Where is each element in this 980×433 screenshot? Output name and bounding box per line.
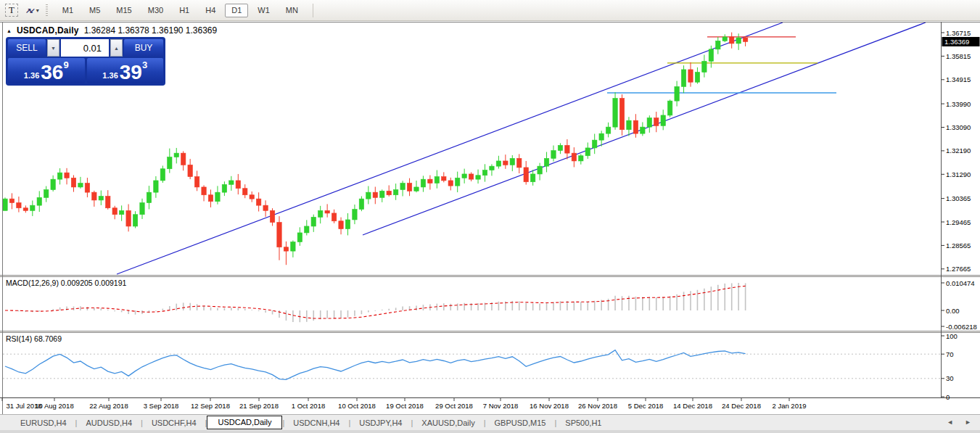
svg-text:21 Sep 2018: 21 Sep 2018 bbox=[239, 402, 279, 410]
sell-price-display[interactable]: 1.36 36 9 bbox=[8, 58, 85, 83]
chart-window: 1.367151.358151.349151.339901.330901.321… bbox=[0, 22, 980, 414]
chart-title-line: ▲ USDCAD,Daily 1.36284 1.36378 1.36190 1… bbox=[7, 25, 217, 36]
collapse-chart-icon[interactable]: ▲ bbox=[7, 28, 12, 33]
tab-usdchf-h4[interactable]: USDCHF,H4 bbox=[143, 416, 205, 429]
sell-price-big: 36 bbox=[41, 62, 63, 83]
svg-text:1.28565: 1.28565 bbox=[946, 242, 971, 250]
rsi-label: RSI(14) 68.7069 bbox=[6, 334, 62, 343]
timeframe-m1[interactable]: M1 bbox=[56, 4, 80, 17]
svg-text:70: 70 bbox=[946, 350, 954, 358]
svg-text:0: 0 bbox=[946, 393, 950, 401]
chart-title-ohlc: 1.36284 1.36378 1.36190 1.36369 bbox=[84, 25, 218, 36]
tab-usdcnh-h4[interactable]: USDCNH,H4 bbox=[284, 416, 348, 429]
mt4-window: T ↗↙ ▾ M1M5M15M30H1H4D1W1MN 1.367151.358… bbox=[0, 0, 980, 433]
tab-usdjpy-h4[interactable]: USDJPY,H4 bbox=[350, 416, 411, 429]
svg-text:1.36715: 1.36715 bbox=[946, 29, 971, 37]
svg-text:24 Dec 2018: 24 Dec 2018 bbox=[722, 402, 761, 410]
tabs-scroll-left-icon[interactable]: ◄ bbox=[947, 418, 953, 426]
svg-text:1.27665: 1.27665 bbox=[946, 265, 971, 273]
tab-gbpusd-m15[interactable]: GBPUSD,M15 bbox=[486, 416, 555, 429]
svg-text:-0.006218: -0.006218 bbox=[946, 323, 977, 331]
svg-text:2 Jan 2019: 2 Jan 2019 bbox=[772, 402, 806, 410]
svg-text:0.010474: 0.010474 bbox=[946, 279, 975, 287]
status-strip bbox=[0, 430, 980, 433]
timeframe-m30[interactable]: M30 bbox=[141, 4, 170, 17]
svg-text:1.33990: 1.33990 bbox=[946, 100, 971, 108]
timeframe-h4[interactable]: H4 bbox=[199, 4, 222, 17]
timeframe-m15[interactable]: M15 bbox=[110, 4, 138, 17]
text-tool-button[interactable]: T bbox=[4, 3, 20, 17]
text-tool-icon: T bbox=[5, 4, 18, 17]
toolbar: T ↗↙ ▾ M1M5M15M30H1H4D1W1MN bbox=[0, 0, 980, 21]
one-click-trading-panel: SELL ▼ ▲ BUY 1.36 36 9 1.36 39 3 bbox=[6, 37, 165, 86]
svg-text:7 Nov 2018: 7 Nov 2018 bbox=[483, 402, 519, 410]
svg-text:26 Nov 2018: 26 Nov 2018 bbox=[578, 402, 617, 410]
svg-text:1.33090: 1.33090 bbox=[946, 123, 971, 131]
tab-eurusd-h4[interactable]: EURUSD,H4 bbox=[12, 416, 75, 429]
tabs-scroll: ◄ ► bbox=[947, 418, 971, 426]
chart-tabs: EURUSD,H4|AUDUSD,H4|USDCHF,H4|USDCAD,Dai… bbox=[12, 416, 610, 429]
svg-text:19 Oct 2018: 19 Oct 2018 bbox=[386, 402, 424, 410]
buy-price-sup: 3 bbox=[142, 59, 147, 70]
arrows-tool-button[interactable]: ↗↙ ▾ bbox=[24, 3, 41, 17]
timeframe-h1[interactable]: H1 bbox=[173, 4, 196, 17]
tab-sp500-h1[interactable]: SP500,H1 bbox=[556, 416, 610, 429]
timeframe-m5[interactable]: M5 bbox=[83, 4, 107, 17]
svg-text:1.30365: 1.30365 bbox=[946, 194, 971, 202]
svg-text:3 Sep 2018: 3 Sep 2018 bbox=[144, 402, 179, 410]
volume-input[interactable] bbox=[61, 39, 109, 57]
tab-audusd-h4[interactable]: AUDUSD,H4 bbox=[77, 416, 141, 429]
svg-text:5 Dec 2018: 5 Dec 2018 bbox=[628, 402, 664, 410]
svg-text:10 Oct 2018: 10 Oct 2018 bbox=[338, 402, 376, 410]
time-axis[interactable]: 31 Jul 201810 Aug 201822 Aug 20183 Sep 2… bbox=[2, 398, 807, 411]
tab-usdcad-daily[interactable]: USDCAD,Daily bbox=[207, 416, 282, 429]
svg-text:16 Nov 2018: 16 Nov 2018 bbox=[530, 402, 569, 410]
macd-label: MACD(12,26,9) 0.009205 0.009191 bbox=[6, 279, 127, 287]
macd-pane bbox=[5, 283, 746, 322]
svg-text:100: 100 bbox=[946, 332, 958, 340]
timeframe-d1[interactable]: D1 bbox=[225, 4, 248, 17]
volume-decrease-button[interactable]: ▼ bbox=[47, 39, 59, 57]
svg-text:1.35815: 1.35815 bbox=[946, 52, 971, 60]
buy-price-big: 39 bbox=[120, 62, 142, 83]
tab-xauusd-daily[interactable]: XAUUSD,Daily bbox=[413, 416, 483, 429]
svg-text:12 Sep 2018: 12 Sep 2018 bbox=[191, 402, 230, 410]
svg-text:1.29465: 1.29465 bbox=[946, 218, 971, 226]
svg-text:0.00: 0.00 bbox=[946, 307, 960, 315]
arrows-icon: ↗↙ bbox=[25, 7, 33, 15]
timeframe-mn[interactable]: MN bbox=[279, 4, 305, 17]
svg-text:30: 30 bbox=[946, 374, 954, 382]
timeframe-w1[interactable]: W1 bbox=[251, 4, 276, 17]
tabs-scroll-right-icon[interactable]: ► bbox=[965, 418, 971, 426]
price-axis[interactable]: 1.367151.358151.349151.339901.330901.321… bbox=[942, 29, 980, 401]
trend-channel-line[interactable] bbox=[117, 22, 783, 274]
toolbar-separator bbox=[313, 4, 313, 17]
buy-price-small: 1.36 bbox=[102, 71, 118, 80]
buy-price-display[interactable]: 1.36 39 3 bbox=[87, 58, 164, 83]
svg-text:1.32190: 1.32190 bbox=[946, 147, 971, 154]
chart-tabs-bar: EURUSD,H4|AUDUSD,H4|USDCHF,H4|USDCAD,Dai… bbox=[0, 414, 980, 430]
svg-text:1 Oct 2018: 1 Oct 2018 bbox=[292, 402, 325, 410]
sell-price-small: 1.36 bbox=[24, 71, 39, 80]
svg-text:1.36369: 1.36369 bbox=[944, 38, 969, 46]
svg-text:1.34915: 1.34915 bbox=[946, 75, 971, 83]
svg-text:10 Aug 2018: 10 Aug 2018 bbox=[35, 402, 73, 410]
sell-button[interactable]: SELL bbox=[8, 39, 46, 57]
svg-text:14 Dec 2018: 14 Dec 2018 bbox=[673, 402, 712, 410]
svg-text:29 Oct 2018: 29 Oct 2018 bbox=[435, 402, 473, 410]
svg-text:1.31290: 1.31290 bbox=[946, 170, 971, 178]
svg-text:22 Aug 2018: 22 Aug 2018 bbox=[89, 402, 128, 410]
chevron-down-icon: ▾ bbox=[36, 7, 39, 14]
sell-price-sup: 9 bbox=[63, 59, 68, 70]
toolbar-grip[interactable] bbox=[46, 4, 48, 17]
timeframe-toolbar: M1M5M15M30H1H4D1W1MN bbox=[54, 4, 306, 17]
chart-title-symbol: USDCAD,Daily bbox=[17, 25, 79, 36]
macd-signal-line bbox=[5, 286, 746, 318]
volume-increase-button[interactable]: ▲ bbox=[110, 39, 123, 57]
rsi-pane bbox=[3, 350, 941, 380]
rsi-line bbox=[5, 350, 746, 380]
buy-button[interactable]: BUY bbox=[124, 39, 163, 57]
